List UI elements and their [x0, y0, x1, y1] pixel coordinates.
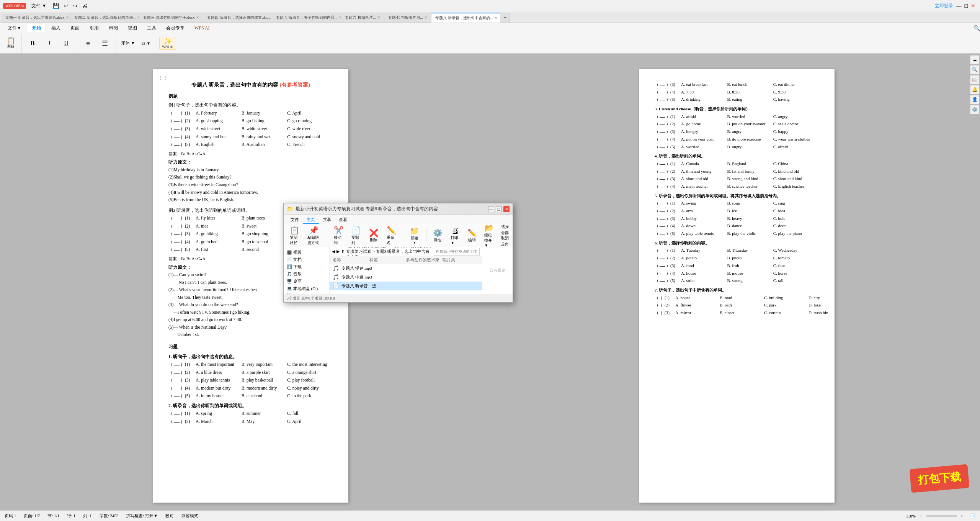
align-center-btn[interactable]: ☰ — [97, 39, 113, 48]
ribbon-tab-review[interactable]: 审阅 — [104, 24, 122, 32]
fe-up-btn[interactable]: ⬆ — [341, 249, 345, 254]
font-italic-btn[interactable]: I — [42, 39, 57, 47]
login-btn[interactable]: 立即登录 — [935, 3, 953, 9]
fe-back-btn[interactable]: ◀ — [332, 249, 335, 254]
ribbon: 文件▼ 开始 插入 页面 引用 审阅 视图 工具 会员专享 WPS AI 🔍 📋… — [0, 23, 980, 54]
fe-file-1[interactable]: 🎵专题八 慢速.mp3 — [330, 264, 482, 273]
fe-rename-btn[interactable]: ✏️重命名 — [384, 225, 399, 246]
ribbon-tab-tools[interactable]: 工具 — [142, 24, 161, 32]
quick-print[interactable]: 🖨 — [81, 3, 89, 9]
fe-nav-c[interactable]: 💻 本地磁盘 (C:) — [285, 285, 328, 292]
ribbon-tab-file[interactable]: 文件▼ — [3, 24, 26, 32]
quick-redo[interactable]: ↪ — [72, 3, 79, 9]
d2-s7q3: （）(3)A. mirrorB. closetC. curtainD. tras… — [655, 309, 819, 316]
fe-maximize-btn[interactable]: □ — [496, 206, 502, 212]
zoom-out-btn[interactable]: － — [919, 513, 923, 519]
quick-save[interactable]: 💾 — [52, 3, 60, 9]
font-bold-btn[interactable]: B — [25, 39, 40, 47]
fe-search-input[interactable] — [434, 248, 480, 256]
tab-4[interactable]: 专题四 听录音，选择正确的课文.doc...✕ — [203, 13, 272, 23]
fe-nav-music[interactable]: 🎵 音乐 — [285, 270, 328, 278]
side-btn-6[interactable]: ⚙️ — [970, 105, 979, 114]
fe-file-2[interactable]: 🎵专题八 中速.mp3 — [330, 273, 482, 282]
fe-forward-btn[interactable]: ▶ — [336, 249, 340, 254]
side-btn-3[interactable]: 📖 — [970, 75, 979, 84]
fe-minimize-btn[interactable]: — — [488, 206, 494, 212]
font-underline-btn[interactable]: U — [59, 39, 74, 47]
minimize-btn[interactable]: — — [956, 3, 962, 9]
d2-l3q3: （）(3)A. hungryB. angryC. happy — [655, 128, 819, 135]
close-btn[interactable]: ✕ — [971, 3, 975, 9]
promo-label[interactable]: 打包下载 — [910, 464, 970, 493]
fe-open-btn[interactable]: 📂经松找开▼ — [481, 224, 497, 247]
tab-6[interactable]: 专题六 根据所片...✕ — [341, 13, 384, 23]
tab-2[interactable]: 专题二 听录音，选出你所到的单词...✕ — [70, 13, 139, 23]
fe-delete-btn[interactable]: ❌删除 — [366, 228, 381, 244]
fe-tab-file[interactable]: 文件 — [287, 215, 303, 224]
fe-nav-desktop[interactable]: 🖥️ 桌面 — [285, 278, 328, 285]
fe-invert-select-btn[interactable]: 反向选择 — [501, 242, 510, 247]
fe-select-all-btn[interactable]: 全部选择 — [501, 224, 510, 229]
tab-new[interactable]: + — [500, 13, 510, 23]
fe-close-btn[interactable]: ✕ — [503, 206, 510, 212]
tab-1[interactable]: 专题一 听录音，选出字母组合.docx✕ — [2, 13, 70, 23]
ribbon-tab-insert[interactable]: 插入 — [47, 24, 65, 32]
d2-s6q2: （）(2)A. potatoB. photoC. tomato — [655, 254, 819, 262]
ex2-s6: —I often watch TV. Sometimes I go hiking… — [173, 309, 333, 316]
paste-btn[interactable]: 📋粘贴 — [3, 36, 18, 50]
tab-5[interactable]: 专题五 听录音，补全你听到的内容...✕ — [272, 13, 341, 23]
ribbon-tab-view[interactable]: 视图 — [123, 24, 142, 32]
fe-props-btn[interactable]: ⚙️属性 — [430, 228, 445, 244]
ex4-q2: （）(2)A. MarchB. MayC. April — [168, 418, 333, 426]
d2-sec7: 7. 听句子，选出句子中所含有的单词。 — [655, 287, 819, 294]
zoom-in-btn[interactable]: ＋ — [960, 513, 964, 519]
align-left-btn[interactable]: ≡ — [80, 39, 96, 48]
doc-title-text: 专题八 听录音，选出句中含有的内容 — [191, 82, 279, 88]
fe-col-album: 唱片集 — [443, 257, 479, 263]
fe-file-3[interactable]: 📄专题八 听录音，选... — [330, 282, 482, 290]
fe-paste-shortcut-btn[interactable]: 📌粘贴快捷方式 — [304, 225, 323, 246]
fe-tab-view[interactable]: 查看 — [335, 215, 351, 224]
font-name[interactable]: 宋体 ▼ — [119, 40, 137, 46]
fe-print-btn[interactable]: 🖨打印▼ — [448, 226, 463, 246]
ribbon-tab-home[interactable]: 开始 — [27, 24, 46, 32]
fe-nav-video[interactable]: 🎬 视频 — [285, 249, 328, 256]
wps-ai-btn[interactable]: ✨WPS AI — [159, 37, 176, 50]
fe-tab-home[interactable]: 主页 — [303, 215, 319, 224]
side-btn-5[interactable]: 👤 — [970, 95, 979, 104]
quick-undo[interactable]: ↩ — [63, 3, 70, 9]
fe-body: 🎬 视频 📄 文档 ⬇️ 下载 🎵 音乐 🖥️ 桌面 💻 本地磁盘 (C:) 💾… — [284, 247, 513, 294]
statusbar-zoom[interactable]: 110% — [906, 514, 916, 518]
ribbon-tab-page[interactable]: 页面 — [66, 24, 84, 32]
ex2-s8: (5)— When is the National Day? — [168, 324, 333, 331]
d2-s5q1: （）(1)A. swingB. soupC. sing — [655, 200, 819, 207]
fe-nav-download[interactable]: ⬇️ 下载 — [285, 263, 328, 270]
fe-tab-share[interactable]: 共享 — [319, 215, 335, 224]
font-size[interactable]: 12 ▼ — [139, 41, 153, 46]
statusbar-spelling[interactable]: 拼写检查: 打开▼ — [126, 513, 158, 519]
search-icon[interactable]: 🔍 — [973, 25, 980, 31]
side-btn-1[interactable]: ☁ — [970, 55, 979, 64]
tab-8[interactable]: 专题八 听录音，选出句中含有的... ✕ — [431, 13, 500, 23]
drag-handle[interactable]: ⋮⋮ — [158, 74, 168, 83]
view-mode-btn[interactable]: 📄 — [970, 513, 975, 518]
side-btn-2[interactable]: 🔍 — [970, 65, 979, 74]
d2-l3q1: （）(1)A. afraidB. worriedC. angry — [655, 113, 819, 120]
tab-3[interactable]: 专题三 选出你听到的句子.docx✕ — [139, 13, 203, 23]
maximize-btn[interactable]: □ — [965, 3, 968, 9]
fe-copy-btn[interactable]: 📄复制到 — [348, 225, 364, 246]
tab-7[interactable]: 专题七 判断图片与...✕ — [384, 13, 431, 23]
ribbon-tab-ref[interactable]: 引用 — [85, 24, 103, 32]
ribbon-tab-ai[interactable]: WPS AI — [190, 25, 214, 32]
fe-copy-path-btn[interactable]: 📋复制路径 — [287, 225, 302, 246]
file-menu[interactable]: 文件 ▼ — [28, 2, 49, 10]
fe-select-none-btn[interactable]: 全部取消 — [501, 230, 510, 241]
ribbon-tab-vip[interactable]: 会员专享 — [162, 24, 189, 32]
zoom-slider[interactable] — [926, 515, 957, 517]
fe-nav-docs[interactable]: 📄 文档 — [285, 256, 328, 263]
fe-new-btn[interactable]: 📁新建▼ — [407, 226, 422, 245]
fe-move-btn[interactable]: ✂️移动到 — [331, 225, 346, 246]
wps-logo-icon[interactable]: WPS Office — [3, 3, 26, 9]
fe-edit-btn[interactable]: ✏️编辑 — [464, 228, 480, 244]
side-btn-4[interactable]: 🔔 — [970, 85, 979, 94]
